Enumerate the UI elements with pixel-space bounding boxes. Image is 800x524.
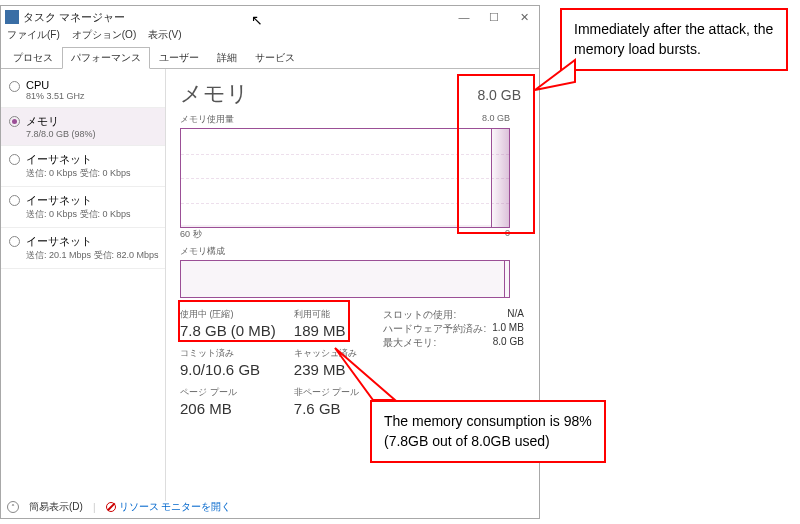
memory-spike [491,129,509,227]
callout-attack: Immediately after the attack, the memory… [560,8,788,71]
sidebar-item-detail: 送信: 20.1 Mbps 受信: 82.0 Mbps [26,249,159,262]
axis-left: 60 秒 [180,228,202,241]
composition-label: メモリ構成 [180,245,525,258]
kv-value: 8.0 GB [493,336,524,350]
prohibit-icon [106,502,116,512]
committed-value: 9.0/10.6 GB [180,361,276,378]
memory-usage-chart [180,128,510,228]
stat-label: 非ページ プール [294,386,360,399]
nonpaged-value: 7.6 GB [294,400,360,417]
stat-label: コミット済み [180,347,276,360]
resource-monitor-link[interactable]: リソース モニターを開く [106,500,232,514]
tab-processes[interactable]: プロセス [4,47,62,69]
simple-view-link[interactable]: 簡易表示(D) [29,500,83,514]
cursor-icon: ↖ [251,12,263,28]
radio-icon [9,81,20,92]
callout-text: Immediately after the attack, the memory… [574,21,773,57]
kv-label: 最大メモリ: [383,336,436,350]
tabs: プロセス パフォーマンス ユーザー 詳細 サービス [1,46,539,69]
stat-label: 使用中 (圧縮) [180,308,276,321]
page-title: メモリ [180,79,525,109]
tab-details[interactable]: 詳細 [208,47,246,69]
sidebar-item-label: CPU [26,79,85,91]
axis-right: 0 [505,228,510,241]
tab-services[interactable]: サービス [246,47,304,69]
usage-label: メモリ使用量 [180,113,234,126]
callout-consumption: The memory consumption is 98% (7.8GB out… [370,400,606,463]
window-controls: — ☐ ✕ [449,6,539,28]
radio-icon [9,236,20,247]
close-button[interactable]: ✕ [509,6,539,28]
sidebar-item-detail: 81% 3.51 GHz [26,91,85,101]
menu-options[interactable]: オプション(O) [72,28,136,46]
memory-composition-bar [180,260,510,298]
kv-label: ハードウェア予約済み: [383,322,486,336]
sidebar-item-label: メモリ [26,114,96,129]
usage-max: 8.0 GB [482,113,510,126]
sidebar-item-detail: 送信: 0 Kbps 受信: 0 Kbps [26,167,131,180]
kv-value: N/A [507,308,524,322]
paged-value: 206 MB [180,400,276,417]
sidebar-item-label: イーサネット [26,152,131,167]
sidebar-item-label: イーサネット [26,193,131,208]
menu-view[interactable]: 表示(V) [148,28,181,46]
stat-label: キャッシュ済み [294,347,360,360]
window-title: タスク マネージャー [23,10,125,25]
tab-users[interactable]: ユーザー [150,47,208,69]
kv-value: 1.0 MB [492,322,524,336]
sidebar-item-detail: 送信: 0 Kbps 受信: 0 Kbps [26,208,131,221]
sidebar-item-ethernet-2[interactable]: イーサネット 送信: 0 Kbps 受信: 0 Kbps [1,187,165,228]
minimize-button[interactable]: — [449,6,479,28]
footer: ˄ 簡易表示(D) | リソース モニターを開く [7,500,231,514]
radio-icon [9,154,20,165]
app-icon [5,10,19,24]
radio-icon [9,195,20,206]
cached-value: 239 MB [294,361,360,378]
sidebar-item-ethernet-3[interactable]: イーサネット 送信: 20.1 Mbps 受信: 82.0 Mbps [1,228,165,269]
resource-monitor-text: リソース モニターを開く [119,500,232,514]
callout-text: The memory consumption is 98% (7.8GB out… [384,413,592,449]
sidebar-item-detail: 7.8/8.0 GB (98%) [26,129,96,139]
menu-file[interactable]: ファイル(F) [7,28,60,46]
available-value: 189 MB [294,322,360,339]
stat-label: 利用可能 [294,308,360,321]
maximize-button[interactable]: ☐ [479,6,509,28]
total-memory-value: 8.0 GB [477,87,521,103]
chevron-up-icon[interactable]: ˄ [7,501,19,513]
sidebar-item-cpu[interactable]: CPU 81% 3.51 GHz [1,73,165,108]
menubar: ファイル(F) オプション(O) 表示(V) [1,28,539,46]
sidebar: CPU 81% 3.51 GHz メモリ 7.8/8.0 GB (98%) イー… [1,69,166,501]
tab-performance[interactable]: パフォーマンス [62,47,150,69]
sidebar-item-memory[interactable]: メモリ 7.8/8.0 GB (98%) [1,108,165,146]
in-use-value: 7.8 GB (0 MB) [180,322,276,339]
radio-icon [9,116,20,127]
sidebar-item-ethernet-1[interactable]: イーサネット 送信: 0 Kbps 受信: 0 Kbps [1,146,165,187]
stat-label: ページ プール [180,386,276,399]
kv-label: スロットの使用: [383,308,456,322]
titlebar: タスク マネージャー ↖ — ☐ ✕ [1,6,539,28]
sidebar-item-label: イーサネット [26,234,159,249]
